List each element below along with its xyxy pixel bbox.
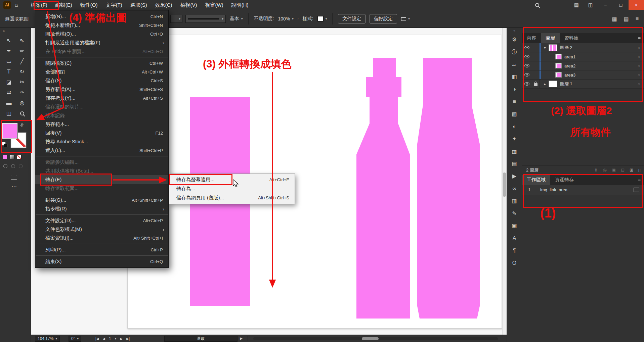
previous-artboard-icon[interactable]: ◀ bbox=[102, 337, 105, 341]
tab-asset-export[interactable]: 資產轉存 bbox=[550, 175, 578, 185]
shape-builder-tool[interactable]: ◫ bbox=[3, 109, 15, 118]
tab-artboards[interactable]: 工作區域 bbox=[522, 175, 550, 185]
stroke-icon[interactable]: ≡ bbox=[513, 99, 516, 104]
zoom-tool[interactable] bbox=[16, 109, 28, 118]
layer-thumbnail[interactable] bbox=[549, 44, 557, 51]
export-submenu-item-1[interactable]: 轉存為螢幕適用...Alt+Ctrl+E bbox=[169, 175, 295, 184]
type-tool[interactable]: T bbox=[3, 67, 15, 77]
menubar-item-6[interactable]: 效果(C) bbox=[151, 0, 176, 10]
none-mode-button[interactable] bbox=[17, 155, 22, 159]
file-menu-item-7[interactable]: 關閉檔案(C)Ctrl+W bbox=[35, 59, 168, 67]
document-setup-button[interactable]: 文件設定 bbox=[338, 14, 366, 23]
current-artboard-number[interactable]: 1 bbox=[109, 336, 111, 341]
first-artboard-icon[interactable]: |◀ bbox=[95, 337, 99, 341]
next-artboard-icon[interactable]: ▶ bbox=[120, 337, 123, 341]
swap-fill-stroke-icon[interactable]: ⇄ bbox=[19, 122, 25, 128]
transparency-icon[interactable]: ▨ bbox=[512, 111, 517, 117]
chevron-right-icon[interactable]: › bbox=[298, 17, 299, 20]
layer-row-3[interactable]: area2○ bbox=[522, 61, 644, 70]
curvature-tool[interactable]: ✏ bbox=[16, 46, 28, 56]
rotate-tool[interactable]: ↻ bbox=[16, 67, 28, 77]
edit-toolbar-icon[interactable]: ⋯ bbox=[11, 183, 17, 189]
workspace-switcher-icon[interactable]: ◫ bbox=[588, 2, 593, 8]
search-icon[interactable] bbox=[535, 3, 539, 7]
style-swatch-dropdown[interactable]: ▾ bbox=[317, 16, 327, 21]
arrange-documents-icon[interactable]: ▦ bbox=[574, 2, 579, 8]
properties-icon[interactable]: ⚙ bbox=[512, 37, 517, 42]
color-mode-button[interactable] bbox=[3, 155, 7, 159]
file-menu-item-8[interactable]: 全部關閉Alt+Ctrl+W bbox=[35, 67, 168, 76]
image-trace-icon[interactable]: ▥ bbox=[512, 198, 517, 204]
menubar-item-1[interactable]: 檔案(F) bbox=[27, 0, 51, 10]
opentype-icon[interactable]: O bbox=[512, 260, 516, 266]
export-submenu-item-2[interactable]: 轉存為... bbox=[169, 184, 295, 193]
draw-behind-button[interactable] bbox=[11, 164, 15, 168]
layer-row-1[interactable]: ▾圖層 2○ bbox=[522, 43, 644, 52]
expand-chevron-icon[interactable]: ▸ bbox=[542, 82, 548, 86]
menubar-item-8[interactable]: 視窗(W) bbox=[201, 0, 227, 10]
delete-layer-icon[interactable]: ▯ bbox=[638, 167, 641, 173]
file-menu-item-33[interactable]: 結束(X)Ctrl+Q bbox=[35, 257, 168, 266]
graphic-styles-icon[interactable]: ▣ bbox=[512, 223, 517, 229]
brush-definition-dropdown[interactable]: 基本 ▾ bbox=[230, 16, 243, 22]
arrange-icon[interactable]: ▦ bbox=[612, 16, 617, 22]
target-circle-icon[interactable]: ○ bbox=[634, 82, 644, 87]
file-menu-item-11[interactable]: 儲存拷貝(Y)...Alt+Ctrl+S bbox=[35, 94, 168, 102]
visibility-eye-icon[interactable] bbox=[524, 55, 529, 58]
scale-tool[interactable]: ⇄ bbox=[3, 88, 15, 97]
screen-mode-button[interactable] bbox=[11, 175, 17, 180]
visibility-eye-icon[interactable] bbox=[524, 82, 529, 86]
artboards-panel-menu-icon[interactable]: ≡ bbox=[638, 175, 641, 185]
pathfinder-icon[interactable]: ◧ bbox=[512, 74, 517, 80]
zoom-dropdown[interactable]: 104.17% ▾ bbox=[35, 336, 60, 342]
align-options-dropdown[interactable]: ▾ bbox=[401, 17, 410, 21]
blend-tool[interactable]: ◎ bbox=[16, 98, 28, 108]
character-icon[interactable]: A bbox=[513, 235, 516, 241]
visibility-eye-icon[interactable] bbox=[524, 73, 529, 77]
transform-icon[interactable]: ▱ bbox=[512, 61, 516, 67]
expand-panels-icon[interactable]: « bbox=[507, 29, 522, 33]
rotation-dropdown[interactable]: 0° ▾ bbox=[69, 336, 81, 342]
layer-thumbnail[interactable] bbox=[549, 81, 557, 87]
gradient-icon[interactable]: ◑ bbox=[513, 86, 516, 92]
file-menu-item-25[interactable]: 指令檔(R)› bbox=[35, 204, 168, 213]
draw-inside-button[interactable] bbox=[19, 164, 23, 168]
artboard-row[interactable]: 1 img_link_area bbox=[522, 185, 644, 195]
draw-normal-button[interactable] bbox=[3, 164, 7, 168]
color-icon[interactable]: ▤ bbox=[512, 161, 517, 166]
bottle-shape-small[interactable] bbox=[356, 58, 410, 319]
rectangle-tool[interactable]: ▭ bbox=[3, 57, 15, 66]
menubar-item-2[interactable]: 編輯(E) bbox=[51, 0, 76, 10]
brushes-icon[interactable]: ✎ bbox=[512, 210, 516, 216]
app-logo-icon[interactable]: Ai bbox=[3, 1, 11, 9]
appearance-icon[interactable]: ◐ bbox=[513, 124, 516, 129]
file-menu-item-27[interactable]: 文件設定(D)...Alt+Ctrl+P bbox=[35, 216, 168, 225]
line-segment-tool[interactable]: ╱ bbox=[16, 57, 28, 66]
tab-properties[interactable]: 內容 bbox=[522, 33, 541, 43]
status-tool-field[interactable]: 選取 bbox=[164, 336, 238, 342]
file-menu-item-2[interactable]: 從範本新增(T)...Shift+Ctrl+N bbox=[35, 21, 168, 30]
info-icon[interactable]: ⓘ bbox=[512, 49, 517, 55]
direct-selection-tool[interactable]: ⇖ bbox=[16, 36, 28, 45]
tab-libraries[interactable]: 資料庫 bbox=[560, 33, 583, 43]
collapse-toolbar-icon[interactable]: « bbox=[3, 29, 5, 33]
links-icon[interactable]: ∞ bbox=[512, 186, 516, 191]
file-menu-item-15[interactable]: 回復(V)F12 bbox=[35, 129, 168, 137]
file-menu-item-3[interactable]: 開啟舊檔(O)...Ctrl+O bbox=[35, 30, 168, 38]
file-menu-item-29[interactable]: 檔案資訊(I)...Alt+Shift+Ctrl+I bbox=[35, 234, 168, 242]
target-circle-icon[interactable]: ○ bbox=[634, 63, 644, 68]
document-arrangement-icon[interactable]: ▤ bbox=[624, 16, 629, 22]
menubar-item-9[interactable]: 說明(H) bbox=[227, 0, 253, 10]
selection-tool[interactable]: ↖ bbox=[3, 36, 15, 45]
target-circle-icon[interactable]: ○ bbox=[634, 54, 644, 59]
collect-for-export-icon[interactable]: ⬆ bbox=[594, 167, 598, 173]
file-menu-item-14[interactable]: 另存範本... bbox=[35, 120, 168, 129]
actions-icon[interactable]: ▶ bbox=[512, 173, 516, 179]
menubar-item-7[interactable]: 檢視(V) bbox=[176, 0, 201, 10]
scissors-tool[interactable]: ✂ bbox=[16, 78, 28, 87]
new-layer-icon[interactable]: ⊞ bbox=[630, 167, 633, 173]
fill-color-swatch[interactable] bbox=[2, 123, 17, 139]
file-menu-item-16[interactable]: 搜尋 Adobe Stock... bbox=[35, 137, 168, 146]
file-menu-item-9[interactable]: 儲存(S)Ctrl+S bbox=[35, 76, 168, 85]
vertical-scrollbar-thumb[interactable] bbox=[503, 173, 506, 197]
